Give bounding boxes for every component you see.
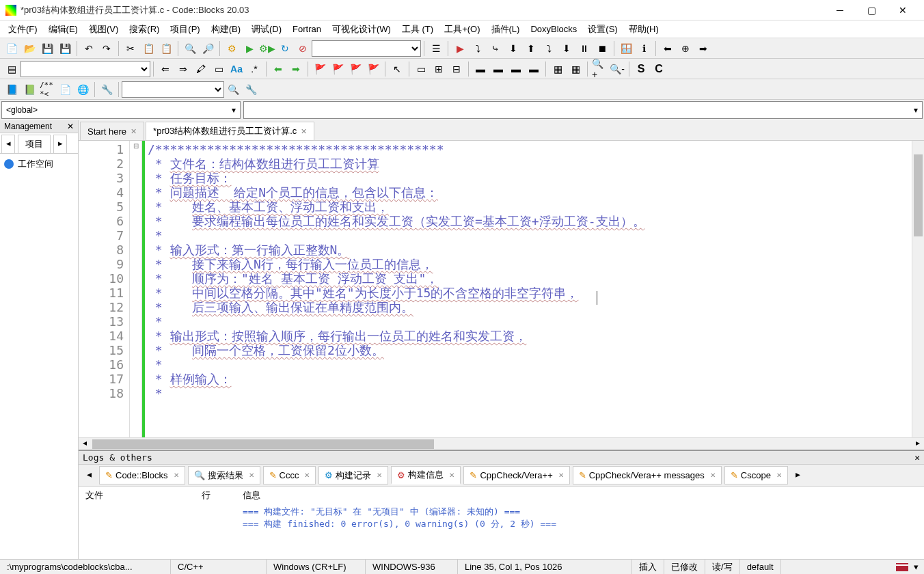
fwd-icon[interactable]: ➡ (288, 61, 304, 77)
doxy-combo[interactable] (122, 81, 224, 98)
abort-icon[interactable]: ⊘ (295, 40, 311, 57)
doxy-icon[interactable]: 📘 (3, 81, 20, 98)
menu-build[interactable]: 构建(B) (206, 21, 246, 38)
block2-icon[interactable]: ▦ (567, 61, 584, 77)
copy-icon[interactable]: 📋 (140, 40, 157, 57)
logs-tab-codeblocks[interactable]: ✎Code::Blocks✕ (99, 466, 185, 484)
logs-tab-cscope[interactable]: ✎Cscope✕ (724, 466, 788, 484)
nav-icon[interactable]: ▤ (3, 61, 20, 77)
zoom-out-icon[interactable]: 🔍- (609, 61, 625, 77)
jump-fwd-icon[interactable]: ➡ (695, 40, 711, 57)
next-line-icon[interactable]: ⤷ (487, 40, 504, 57)
logs-tab-cppcheck-msg[interactable]: ✎CppCheck/Vera++ messages✕ (573, 466, 722, 484)
stop-debug-icon[interactable]: ⏹ (594, 40, 610, 57)
run-to-cursor-icon[interactable]: ⤵ (470, 40, 486, 57)
doxy-file-icon[interactable]: 📄 (57, 81, 73, 98)
menu-file[interactable]: 文件(F) (3, 21, 43, 38)
menu-toolsplus[interactable]: 工具+(O) (439, 21, 485, 38)
open-icon[interactable]: 📂 (21, 40, 38, 57)
doxy-block-icon[interactable]: 📗 (21, 81, 38, 98)
tab-close-icon[interactable]: ✕ (131, 127, 137, 136)
undo-icon[interactable]: ↶ (81, 40, 97, 57)
minimize-button[interactable]: ─ (824, 0, 856, 20)
options-icon[interactable]: 🔧 (243, 81, 259, 98)
mgmt-tab-right[interactable]: ▸ (53, 135, 67, 153)
fold-gutter[interactable]: ⊟ (130, 141, 142, 437)
regex-icon[interactable]: .* (246, 61, 262, 77)
zoom-in-icon[interactable]: 🔍+ (591, 61, 608, 77)
step-out-icon[interactable]: ⬆ (523, 40, 539, 57)
view3-icon[interactable]: ⊟ (448, 61, 465, 77)
replace-icon[interactable]: 🔎 (200, 40, 216, 57)
logs-tab-cccc[interactable]: ✎Cccc✕ (263, 466, 316, 484)
logs-tab-build-log[interactable]: ⚙构建记录✕ (318, 466, 388, 484)
bookmark-next-icon[interactable]: 🚩 (347, 61, 364, 77)
view1-icon[interactable]: ▭ (413, 61, 429, 77)
source-icon[interactable]: S (633, 61, 649, 77)
tab-current-file[interactable]: *pr03结构体数组进行员工工资计算.c ✕ (146, 122, 314, 140)
step-into-instr-icon[interactable]: ⬇ (558, 40, 575, 57)
menu-settings[interactable]: 设置(S) (582, 21, 623, 38)
jump-back-icon[interactable]: ⬅ (660, 40, 676, 57)
bookmark-prev-icon[interactable]: 🚩 (329, 61, 346, 77)
menu-edit[interactable]: 编辑(E) (43, 21, 83, 38)
break-debug-icon[interactable]: ⏸ (576, 40, 593, 57)
code-content[interactable]: /***************************************… (145, 141, 912, 437)
doxy-html-icon[interactable]: 🌐 (74, 81, 91, 98)
step-into-icon[interactable]: ⬇ (505, 40, 521, 57)
next-icon[interactable]: ⇒ (175, 61, 191, 77)
management-close-icon[interactable]: ✕ (67, 122, 74, 131)
menu-project[interactable]: 项目(P) (165, 21, 205, 38)
bookmark-clear-icon[interactable]: 🚩 (365, 61, 381, 77)
close-button[interactable]: ✕ (887, 0, 919, 20)
show-info-icon[interactable]: ☰ (428, 40, 444, 57)
menu-debug[interactable]: 调试(D) (246, 21, 287, 38)
comment-icon[interactable]: /** *< (39, 81, 55, 98)
maximize-button[interactable]: ▢ (856, 0, 887, 20)
menu-plugins[interactable]: 插件(L) (486, 21, 526, 38)
search-small-icon[interactable]: 🔍 (225, 81, 241, 98)
save-all-icon[interactable]: 💾 (57, 40, 73, 57)
code-editor[interactable]: 123456789101112131415161718 ⊟ /*********… (79, 141, 924, 437)
find-icon[interactable]: 🔍 (182, 40, 198, 57)
new-file-icon[interactable]: 📄 (3, 40, 20, 57)
next-instr-icon[interactable]: ⤵ (541, 40, 557, 57)
menu-tools[interactable]: 工具 (T) (396, 21, 439, 38)
run-icon[interactable]: ▶ (241, 40, 258, 57)
build-target-combo[interactable] (312, 40, 421, 57)
debug-continue-icon[interactable]: ▶ (452, 40, 468, 57)
doxy-config-icon[interactable]: 🔧 (98, 81, 115, 98)
build-icon[interactable]: ⚙ (223, 40, 240, 57)
function-combo[interactable]: ▾ (243, 101, 923, 119)
split2-icon[interactable]: ▬ (490, 61, 506, 77)
match-case-icon[interactable]: Aa (228, 61, 245, 77)
save-icon[interactable]: 💾 (39, 40, 55, 57)
scope-combo[interactable]: <global> ▾ (1, 101, 241, 119)
menu-view[interactable]: 视图(V) (83, 21, 124, 38)
build-run-icon[interactable]: ⚙▶ (259, 40, 275, 57)
bookmark-toggle-icon[interactable]: 🚩 (312, 61, 328, 77)
prev-icon[interactable]: ⇐ (157, 61, 174, 77)
ime-flag-icon[interactable] (896, 563, 908, 571)
logs-tab-right[interactable]: ▸ (790, 466, 806, 482)
vertical-scrollbar[interactable] (912, 141, 924, 437)
back-icon[interactable]: ⬅ (270, 61, 286, 77)
workspace-node[interactable]: 工作空间 (4, 158, 74, 170)
horizontal-scrollbar[interactable]: ◂▸ (79, 437, 924, 450)
class-icon[interactable]: C (651, 61, 667, 77)
logs-close-icon[interactable]: ✕ (914, 452, 920, 463)
logs-tab-left[interactable]: ◂ (81, 466, 97, 482)
split4-icon[interactable]: ▬ (526, 61, 542, 77)
jump-mark-icon[interactable]: ⊕ (677, 40, 694, 57)
logs-tab-cppcheck[interactable]: ✎CppCheck/Vera++✕ (463, 466, 569, 484)
view2-icon[interactable]: ⊞ (431, 61, 447, 77)
menu-wxsmith[interactable]: 可视化设计(W) (327, 21, 396, 38)
logs-tab-search[interactable]: 🔍搜索结果✕ (188, 466, 260, 484)
clear-highlight-icon[interactable]: ▭ (210, 61, 227, 77)
split1-icon[interactable]: ▬ (472, 61, 489, 77)
mgmt-tab-left[interactable]: ◂ (1, 135, 15, 153)
search-combo[interactable] (21, 61, 150, 77)
block1-icon[interactable]: ▦ (549, 61, 566, 77)
menu-search[interactable]: 搜索(R) (124, 21, 165, 38)
paste-icon[interactable]: 📋 (158, 40, 174, 57)
